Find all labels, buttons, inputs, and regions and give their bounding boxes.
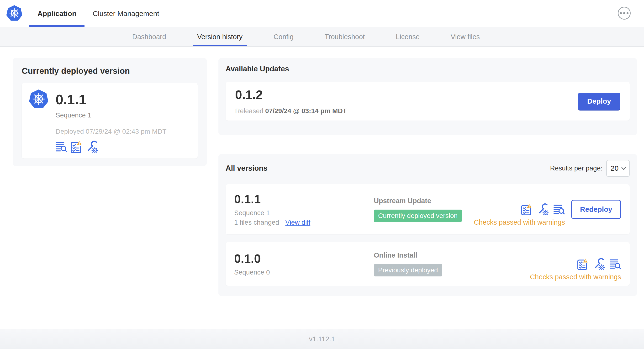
edit-config-icon[interactable] (537, 204, 549, 215)
preflight-checks-warning-icon[interactable] (577, 258, 588, 270)
deployed-version-number: 0.1.1 (56, 92, 86, 108)
version-row-0-1-0: 0.1.0 Sequence 0 Online Install Previous… (226, 242, 630, 286)
currently-deployed-title: Currently deployed version (22, 66, 198, 76)
app-footer: v1.112.1 (0, 329, 644, 349)
results-per-page-label: Results per page: (550, 164, 602, 172)
kubernetes-app-icon (29, 90, 48, 109)
ellipsis-icon (620, 12, 622, 14)
console-version: v1.112.1 (309, 335, 335, 343)
all-versions-title: All versions (226, 164, 268, 172)
checks-status-text: Checks passed with warnings (474, 218, 565, 226)
row-sequence: Sequence 0 (234, 268, 374, 276)
preflight-checks-warning-icon[interactable] (70, 140, 82, 154)
tab-cluster-management-label: Cluster Management (92, 10, 159, 18)
diff-logs-icon[interactable] (610, 259, 621, 269)
update-released-date: 07/29/24 @ 03:14 pm MDT (265, 107, 347, 114)
deployed-sequence: Sequence 1 (56, 112, 190, 119)
currently-deployed-card: Currently deployed version 0.1.1 Seque (13, 58, 207, 166)
deploy-button[interactable]: Deploy (578, 92, 620, 110)
currently-deployed-badge: Currently deployed version (374, 210, 462, 222)
version-row-0-1-1: 0.1.1 Sequence 1 1 files changed View di… (226, 184, 630, 234)
tab-application[interactable]: Application (29, 0, 84, 27)
deployed-timestamp: Deployed 07/29/24 @ 02:43 pm MDT (56, 128, 190, 135)
previously-deployed-badge: Previously deployed (374, 264, 442, 276)
update-row: 0.1.2 Released 07/29/24 @ 03:14 pm MDT D… (226, 82, 630, 120)
edit-config-icon[interactable] (593, 258, 605, 270)
tab-cluster-management[interactable]: Cluster Management (84, 0, 167, 27)
available-updates-title: Available Updates (226, 65, 630, 73)
row-version-number: 0.1.0 (234, 252, 374, 266)
redeploy-button[interactable]: Redeploy (571, 200, 621, 219)
ellipsis-menu-button[interactable] (618, 7, 631, 20)
diff-logs-icon[interactable] (56, 142, 67, 152)
row-source-label: Upstream Update (374, 197, 462, 205)
row-version-number: 0.1.1 (234, 192, 374, 206)
app-subnav: Dashboard Version history Config Trouble… (0, 27, 644, 46)
edit-config-icon[interactable] (86, 140, 98, 153)
available-updates-card: Available Updates 0.1.2 Released 07/29/2… (218, 58, 637, 135)
diff-logs-icon[interactable] (554, 204, 565, 214)
subnav-troubleshoot[interactable]: Troubleshoot (320, 27, 369, 46)
subnav-view-files[interactable]: View files (446, 27, 484, 46)
currently-deployed-version-tile: 0.1.1 Sequence 1 Deployed 07/29/24 @ 02:… (22, 83, 198, 158)
kubernetes-logo-icon (6, 5, 22, 22)
top-header: Application Cluster Management (0, 0, 644, 27)
checks-status-text: Checks passed with warnings (530, 273, 621, 281)
tab-application-label: Application (38, 10, 76, 18)
subnav-version-history[interactable]: Version history (193, 27, 247, 46)
update-version-number: 0.1.2 (235, 88, 347, 102)
update-released-line: Released 07/29/24 @ 03:14 pm MDT (235, 107, 347, 115)
subnav-config[interactable]: Config (269, 27, 298, 46)
subnav-dashboard[interactable]: Dashboard (128, 27, 170, 46)
results-per-page-select[interactable]: 20 (606, 160, 630, 177)
view-diff-link[interactable]: View diff (285, 219, 310, 226)
chevron-down-icon (621, 165, 626, 170)
app-switcher-tabs: Application Cluster Management (29, 0, 167, 27)
files-changed-label: 1 files changed (234, 219, 279, 226)
all-versions-card: All versions Results per page: 20 0.1.1 … (218, 154, 637, 296)
row-sequence: Sequence 1 (234, 209, 374, 217)
subnav-license[interactable]: License (392, 27, 424, 46)
row-source-label: Online Install (374, 251, 442, 259)
preflight-checks-warning-icon[interactable] (521, 203, 532, 216)
